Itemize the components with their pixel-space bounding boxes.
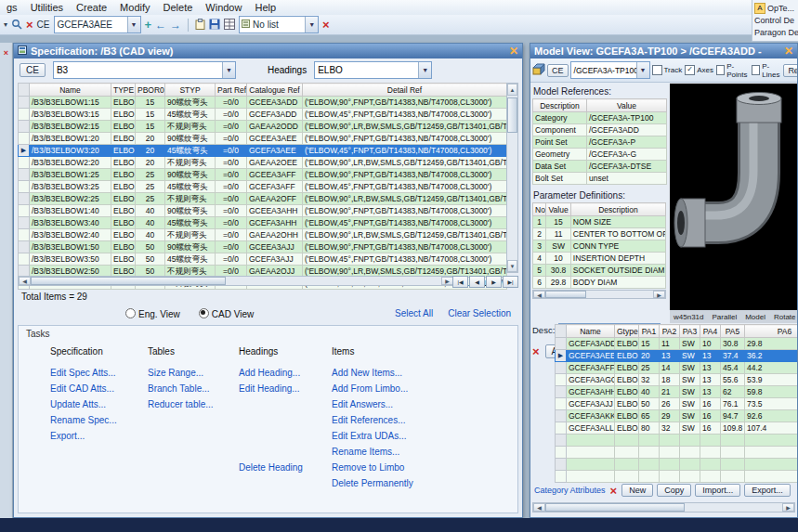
- spec-window-titlebar[interactable]: Specification: /B3 (CAD view) ✕: [14, 44, 522, 58]
- model-horizontal-scrollbar[interactable]: ◀ ▶: [532, 502, 795, 513]
- first-record-icon[interactable]: |◀: [452, 276, 468, 288]
- 3d-viewport[interactable]: [670, 84, 797, 310]
- headings-combo[interactable]: ELBO ▼: [314, 61, 432, 79]
- table-row[interactable]: Component/GCEFA3ADD: [533, 124, 667, 136]
- column-header[interactable]: Name: [567, 325, 615, 338]
- clear-icon[interactable]: ×: [26, 19, 33, 31]
- scroll-left-icon[interactable]: ◀: [533, 503, 545, 512]
- table-row[interactable]: /B3/B3ELBOW1:40ELBO4090螺纹弯头=0/0GCEEA3AHH…: [19, 205, 507, 217]
- table-row[interactable]: 115NOM SIZE: [533, 216, 666, 228]
- scroll-up-icon[interactable]: ▲: [507, 84, 517, 96]
- dock-item-optee[interactable]: A OpTe...: [754, 2, 798, 14]
- task-link[interactable]: Update Atts...: [50, 399, 148, 415]
- chevron-down-icon[interactable]: ▼: [418, 62, 431, 78]
- scroll-track[interactable]: [507, 96, 517, 260]
- discard-icon[interactable]: ×: [532, 345, 540, 357]
- column-header[interactable]: Catalogue Ref: [247, 84, 303, 97]
- menu-item[interactable]: Utilities: [24, 2, 70, 13]
- menu-item[interactable]: Delete: [157, 2, 200, 13]
- checkbox-p-points[interactable]: P-Points: [716, 62, 749, 79]
- table-row[interactable]: /B3/B3ELBOW3:40ELBO4045螺纹弯头=0/0GCEFA3AHH…: [19, 217, 507, 229]
- column-header[interactable]: PA2: [660, 325, 680, 338]
- table-row[interactable]: GCEFA3AJJELBO5026SW1676.173.5: [556, 398, 798, 410]
- remove-list-icon[interactable]: ×: [322, 19, 330, 31]
- scroll-left-icon[interactable]: ◀: [533, 291, 545, 298]
- viewport-mode-label[interactable]: Model: [745, 313, 765, 321]
- table-row[interactable]: /B3/B3ELBOW3:25ELBO2545螺纹弯头=0/0GCEFA3AFF…: [19, 181, 507, 193]
- column-header[interactable]: Value: [587, 99, 667, 112]
- task-link[interactable]: Edit Spec Atts...: [50, 368, 148, 383]
- category-action-button[interactable]: Export...: [744, 484, 791, 497]
- column-header[interactable]: PA4: [700, 325, 721, 338]
- task-link[interactable]: Edit CAD Atts...: [50, 383, 148, 399]
- table-row[interactable]: Geometry/GCEFA3A-G: [533, 149, 667, 161]
- task-link[interactable]: Delete Permanently: [332, 478, 510, 494]
- column-header[interactable]: Description: [570, 203, 665, 216]
- table-row[interactable]: 629.8BODY DIAM: [533, 277, 666, 289]
- table-row[interactable]: Category/GCEFA3A-TP100: [533, 112, 667, 124]
- menu-item[interactable]: Window: [199, 2, 248, 13]
- clear-selection-link[interactable]: Clear Selection: [448, 308, 511, 318]
- current-element-combo[interactable]: GCEFA3AEE ▼: [54, 16, 141, 33]
- close-icon[interactable]: ✕: [509, 45, 518, 57]
- task-link[interactable]: Delete Heading: [239, 462, 332, 478]
- scroll-left-icon[interactable]: ◀: [19, 277, 31, 285]
- table-row[interactable]: /B3/B3ELBOW1:20ELBO2090螺纹弯头=0/0GCEEA3AEE…: [19, 133, 507, 145]
- table-row[interactable]: /B3/B3ELBOW2:15ELBO15不规则弯头=0/0GAEAA2ODD(…: [19, 121, 507, 133]
- scroll-thumb[interactable]: [545, 503, 685, 512]
- task-link[interactable]: Reducer table...: [148, 399, 239, 415]
- table-row[interactable]: GCEFA3ALLELBO8032SW16109.8107.4: [556, 422, 798, 435]
- table-row[interactable]: 530.8SOCKET OUTSIDE DIAM: [533, 265, 666, 277]
- column-header[interactable]: PBOR0: [136, 84, 165, 97]
- table-row[interactable]: /B3/B3ELBOW1:25ELBO2590螺纹弯头=0/0GCEEA3AFF…: [19, 169, 507, 181]
- scroll-thumb[interactable]: [507, 97, 517, 133]
- category-action-button[interactable]: Copy: [657, 484, 691, 497]
- scroll-right-icon[interactable]: ▶: [782, 503, 794, 512]
- dock-item-paragon[interactable]: Paragon De: [754, 26, 798, 38]
- task-link[interactable]: Rename Items...: [332, 447, 510, 462]
- table-row[interactable]: ▶/B3/B3ELBOW3:20ELBO2045螺纹弯头=0/0GCEFA3AE…: [19, 145, 507, 157]
- table-row[interactable]: /B3/B3ELBOW2:25ELBO25不规则弯头=0/0GAEAA2OFF(…: [19, 193, 507, 205]
- task-link[interactable]: Rename Spec...: [50, 415, 148, 431]
- column-header[interactable]: STYP: [165, 84, 216, 97]
- select-all-link[interactable]: Select All: [395, 308, 433, 318]
- scroll-right-icon[interactable]: ▶: [653, 291, 665, 298]
- column-header[interactable]: Value: [546, 203, 571, 216]
- table-row[interactable]: Data Set/GCEFA3A-DTSE: [533, 161, 667, 173]
- back-icon[interactable]: ←: [155, 19, 166, 32]
- table-row[interactable]: GCEFA3AFFELBO2514SW1345.444.2: [556, 362, 798, 374]
- chevron-down-icon[interactable]: ▼: [636, 62, 649, 78]
- task-link[interactable]: Remove to Limbo: [332, 462, 510, 478]
- chevron-down-icon[interactable]: ▼: [305, 17, 318, 32]
- table-row[interactable]: GCEFA3AHHELBO4021SW136259.8: [556, 386, 798, 398]
- spec-horizontal-scrollbar[interactable]: ◀ ▶: [18, 276, 454, 286]
- menu-item[interactable]: Modify: [113, 2, 156, 13]
- table-row[interactable]: 410INSERTION DEPTH: [533, 253, 666, 265]
- last-record-icon[interactable]: ▶|: [503, 276, 518, 288]
- clipboard-icon[interactable]: [195, 19, 205, 32]
- close-icon[interactable]: ✕: [784, 45, 793, 57]
- column-header[interactable]: PA5: [721, 325, 745, 338]
- task-link[interactable]: Edit Extra UDAs...: [332, 431, 510, 447]
- parameters-horizontal-scrollbar[interactable]: ◀ ▶: [532, 290, 666, 299]
- column-header[interactable]: Description: [533, 99, 587, 112]
- column-header[interactable]: Gtype: [615, 325, 639, 338]
- cad-view-radio[interactable]: CAD View: [199, 308, 254, 319]
- table-row[interactable]: /B3/B3ELBOW1:15ELBO1590螺纹弯头=0/0GCEEA3ADD…: [19, 97, 507, 109]
- category-attributes-link[interactable]: Category Attributes: [534, 486, 606, 495]
- task-link[interactable]: Edit References...: [332, 415, 510, 431]
- reset-button[interactable]: Re: [783, 64, 798, 77]
- category-action-button[interactable]: Import...: [695, 484, 740, 497]
- toolbar-dropdown-caret-icon[interactable]: ▾: [4, 20, 7, 29]
- chevron-down-icon[interactable]: ▼: [127, 17, 140, 32]
- table-row[interactable]: ▶GCEFA3AEEELBO2013SW1337.436.2: [556, 350, 798, 362]
- column-header[interactable]: PA6: [745, 325, 798, 338]
- table-row[interactable]: /B3/B3ELBOW3:50ELBO5045螺纹弯头=0/0GCEFA3AJJ…: [19, 253, 507, 266]
- menu-item[interactable]: Help: [248, 2, 282, 13]
- table-row[interactable]: GCEFA3AKKELBO6529SW1694.792.6: [556, 410, 798, 422]
- table-row[interactable]: 211CENTER TO BOTTOM OF FACE: [533, 228, 666, 240]
- column-header[interactable]: PA1: [639, 325, 660, 338]
- column-header[interactable]: Name: [30, 84, 111, 97]
- checkbox-p-lines[interactable]: P-Lines: [752, 62, 781, 79]
- task-link[interactable]: Branch Table...: [148, 383, 239, 399]
